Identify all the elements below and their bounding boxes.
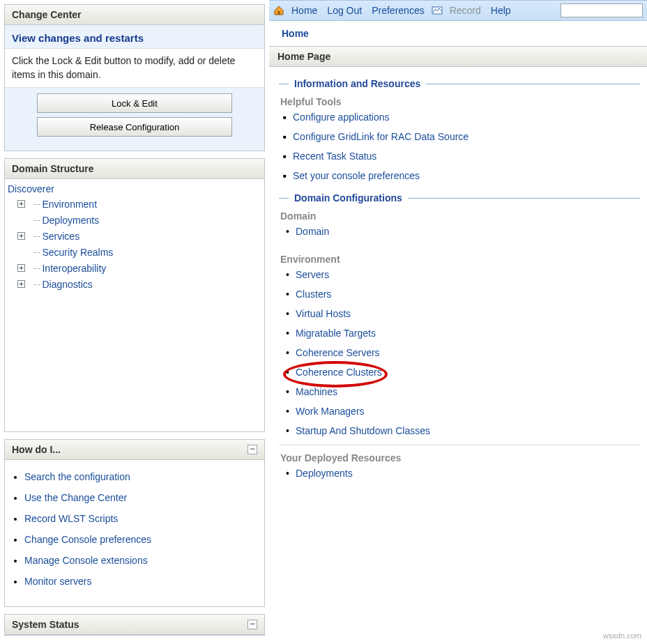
env-link-clusters[interactable]: Clusters <box>296 289 331 300</box>
env-link-machines[interactable]: Machines <box>296 386 337 397</box>
tree-connector: + <box>17 264 33 272</box>
list-item: Startup And Shutdown Classes <box>286 425 640 436</box>
help-link-configure-gridlink-for-rac-data-source[interactable]: Configure GridLink for RAC Data Source <box>293 131 469 142</box>
expand-icon[interactable]: + <box>17 232 25 240</box>
howdoi-link-change-console-preferences[interactable]: Change Console preferences <box>24 534 151 545</box>
breadcrumb-home[interactable]: Home <box>282 28 309 39</box>
tree-item-label[interactable]: Diagnostics <box>42 279 92 290</box>
env-link-startup-and-shutdown-classes[interactable]: Startup And Shutdown Classes <box>296 425 430 436</box>
env-link-virtual-hosts[interactable]: Virtual Hosts <box>296 308 351 319</box>
environment-list: ServersClustersVirtual HostsMigratable T… <box>286 269 640 436</box>
list-item: Search the configuration <box>24 471 257 482</box>
view-changes-link[interactable]: View changes and restarts <box>12 32 144 44</box>
list-item: Set your console preferences <box>283 170 640 181</box>
list-item: Clusters <box>286 289 640 300</box>
tree-item-label[interactable]: Services <box>42 231 79 242</box>
domain-heading: Domain <box>280 210 640 222</box>
tree-item-interoperability[interactable]: +--Interoperability <box>17 260 261 276</box>
tree-item-deployments[interactable]: +--Deployments <box>17 212 261 228</box>
nav-preferences[interactable]: Preferences <box>372 5 424 16</box>
tree-item-label[interactable]: Deployments <box>42 215 99 226</box>
top-toolbar: Home Log Out Preferences Record Help <box>269 0 647 21</box>
env-link-servers[interactable]: Servers <box>296 269 329 280</box>
help-link-set-your-console-preferences[interactable]: Set your console preferences <box>293 170 420 181</box>
tree-item-label[interactable]: Environment <box>42 199 97 210</box>
expand-icon[interactable]: + <box>17 280 25 288</box>
tree-item-security-realms[interactable]: +--Security Realms <box>17 244 261 260</box>
howdoi-link-use-the-change-center[interactable]: Use the Change Center <box>24 492 127 503</box>
svg-rect-0 <box>278 11 280 15</box>
nav-logout[interactable]: Log Out <box>327 5 362 16</box>
collapse-icon[interactable]: − <box>248 445 257 454</box>
breadcrumb: Home <box>269 21 647 46</box>
system-status-panel: System Status − <box>4 614 265 636</box>
deployed-heading: Your Deployed Resources <box>280 452 640 463</box>
tree-item-services[interactable]: +--Services <box>17 228 261 244</box>
expand-icon[interactable]: + <box>17 264 25 272</box>
tree-item-environment[interactable]: +--Environment <box>17 196 261 212</box>
nav-home[interactable]: Home <box>291 5 317 16</box>
tree-item-label[interactable]: Security Realms <box>42 247 113 258</box>
nav-help[interactable]: Help <box>491 5 511 16</box>
tree-connector: + <box>17 232 33 240</box>
howdoi-link-search-the-configuration[interactable]: Search the configuration <box>24 471 130 482</box>
helpful-tools-heading: Helpful Tools <box>280 96 640 107</box>
howdoi-link-manage-console-extensions[interactable]: Manage Console extensions <box>24 555 148 566</box>
domain-structure-header: Domain Structure <box>5 159 264 179</box>
help-link-recent-task-status[interactable]: Recent Task Status <box>293 151 376 162</box>
how-do-i-title: How do I... <box>12 444 61 455</box>
list-item: Machines <box>286 386 640 397</box>
list-item: Record WLST Scripts <box>24 513 257 524</box>
separator <box>279 445 640 445</box>
list-item: Recent Task Status <box>283 151 640 162</box>
change-center-hint: Click the Lock & Edit button to modify, … <box>5 48 264 88</box>
domain-link-domain[interactable]: Domain <box>296 226 329 237</box>
howdoi-link-record-wlst-scripts[interactable]: Record WLST Scripts <box>24 513 118 524</box>
domain-config-title: Domain Configurations <box>279 192 640 204</box>
lock-edit-button[interactable]: Lock & Edit <box>37 93 232 113</box>
list-item: Domain <box>286 226 640 237</box>
howdoi-link-monitor-servers[interactable]: Monitor servers <box>24 576 91 587</box>
tree-root[interactable]: Discoverer <box>8 182 261 196</box>
tree-connector: + <box>17 248 33 256</box>
how-do-i-panel: How do I... − Search the configurationUs… <box>4 439 265 607</box>
env-link-migratable-targets[interactable]: Migratable Targets <box>296 328 376 339</box>
info-section-title: Information and Resources <box>279 78 640 89</box>
list-item: Servers <box>286 269 640 280</box>
change-center-panel: Change Center View changes and restarts … <box>4 4 265 151</box>
dep-link-deployments[interactable]: Deployments <box>296 468 353 479</box>
tree-item-label[interactable]: Interoperability <box>42 263 106 274</box>
domain-tree: Discoverer +--Environment+--Deployments+… <box>5 179 264 431</box>
home-icon <box>273 5 284 16</box>
tree-connector: + <box>17 280 33 288</box>
change-center-header: Change Center <box>5 5 264 25</box>
list-item: Manage Console extensions <box>24 555 257 566</box>
expand-icon[interactable]: + <box>17 200 25 208</box>
env-link-coherence-servers[interactable]: Coherence Servers <box>296 347 380 358</box>
tree-item-diagnostics[interactable]: +--Diagnostics <box>17 276 261 292</box>
helpful-tools-list: Configure applicationsConfigure GridLink… <box>283 112 640 181</box>
env-link-coherence-clusters[interactable]: Coherence Clusters <box>296 367 382 378</box>
how-do-i-list: Search the configurationUse the Change C… <box>24 471 257 587</box>
domain-list: Domain <box>286 226 640 237</box>
list-item: Coherence Servers <box>286 347 640 358</box>
tree-connector: + <box>17 200 33 208</box>
list-item: Coherence Clusters <box>286 367 640 378</box>
collapse-icon[interactable]: − <box>248 620 257 629</box>
watermark: wsxdn.com <box>603 631 641 640</box>
list-item: Migratable Targets <box>286 328 640 339</box>
search-input[interactable] <box>561 3 643 17</box>
deployed-list: Deployments <box>286 468 640 479</box>
system-status-title: System Status <box>12 619 79 630</box>
domain-structure-title: Domain Structure <box>12 163 93 174</box>
page-title: Home Page <box>269 46 647 67</box>
list-item: Monitor servers <box>24 576 257 587</box>
nav-record: Record <box>450 5 481 16</box>
release-config-button[interactable]: Release Configuration <box>37 117 232 137</box>
record-icon <box>432 5 443 16</box>
help-link-configure-applications[interactable]: Configure applications <box>293 112 390 123</box>
env-link-work-managers[interactable]: Work Managers <box>296 406 365 417</box>
list-item: Deployments <box>286 468 640 479</box>
change-center-title: Change Center <box>12 9 82 20</box>
tree-connector: + <box>17 216 33 224</box>
